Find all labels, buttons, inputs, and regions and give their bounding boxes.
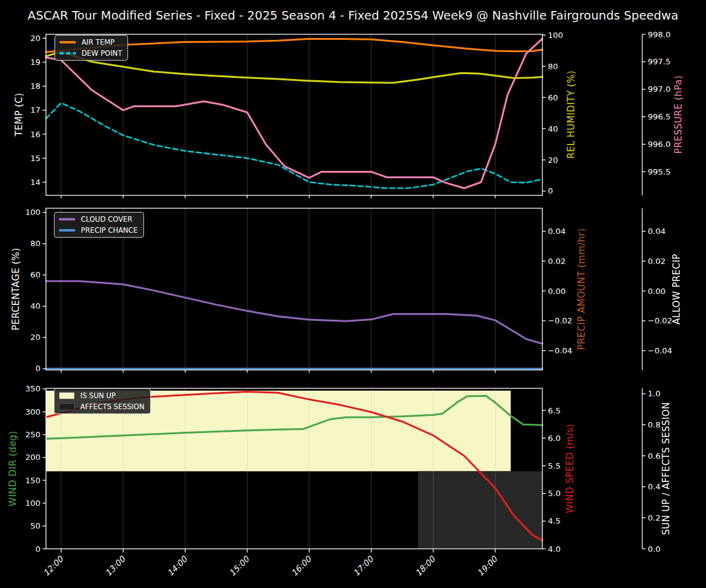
tick-label: 0.6 bbox=[648, 451, 661, 461]
tick-label: 5.0 bbox=[548, 489, 561, 498]
tick-label: 0.8 bbox=[648, 420, 661, 429]
tick-label: 300 bbox=[25, 407, 40, 417]
tick-label: 0.00 bbox=[648, 287, 666, 296]
axis-title-allow-precip: ALLOW PRECIP bbox=[671, 254, 682, 325]
x-tick-label: 18:00 bbox=[413, 554, 438, 578]
tick-label: −0.02 bbox=[548, 316, 572, 325]
tick-label: 80 bbox=[30, 239, 40, 248]
axis-title-pressure: PRESSURE (hPa) bbox=[673, 75, 684, 154]
x-tick-label: 12:00 bbox=[41, 554, 66, 578]
plot-canvas: 20191817161514100806040200998.0997.5997.… bbox=[0, 0, 706, 588]
tick-label: 0 bbox=[36, 545, 40, 554]
tick-label: 15 bbox=[30, 154, 40, 163]
tick-label: 996.5 bbox=[648, 112, 670, 121]
legend-item-label: IS SUN UP bbox=[80, 391, 116, 400]
x-tick-label: 16:00 bbox=[289, 554, 314, 578]
x-tick-label: 13:00 bbox=[103, 554, 127, 578]
legend-item: AIR TEMP bbox=[59, 38, 122, 47]
x-tick-label: 19:00 bbox=[475, 554, 499, 578]
tick-label: 20 bbox=[30, 34, 40, 43]
tick-label: 0.00 bbox=[548, 287, 566, 296]
legend-item: AFFECTS SESSION bbox=[59, 402, 145, 411]
tick-label: 18 bbox=[30, 81, 40, 91]
legend-item: PRECIP CHANCE bbox=[59, 226, 138, 235]
tick-label: 80 bbox=[548, 62, 558, 71]
tick-label: 60 bbox=[30, 270, 40, 279]
legend-swatch-icon bbox=[59, 229, 75, 231]
legend-sun-session: IS SUN UPAFFECTS SESSION bbox=[54, 388, 151, 414]
tick-label: 50 bbox=[30, 521, 40, 530]
weather-forecast-figure: ASCAR Tour Modified Series - Fixed - 202… bbox=[0, 0, 706, 588]
legend-item-label: PRECIP CHANCE bbox=[81, 226, 138, 235]
tick-label: 20 bbox=[548, 156, 558, 165]
tick-label: 100 bbox=[25, 208, 40, 217]
tick-label: 60 bbox=[548, 93, 558, 102]
tick-label: −0.02 bbox=[648, 316, 672, 325]
tick-label: 100 bbox=[548, 31, 563, 40]
tick-label: 40 bbox=[548, 124, 558, 134]
legend-temperature: AIR TEMPDEW POINT bbox=[55, 35, 128, 61]
tick-label: 350 bbox=[25, 384, 40, 393]
tick-label: 6.5 bbox=[548, 406, 561, 415]
tick-label: 6.0 bbox=[548, 434, 561, 443]
tick-label: 997.0 bbox=[648, 85, 670, 94]
axis-title-temp: TEMP (C) bbox=[13, 93, 25, 137]
tick-label: 0.04 bbox=[548, 227, 566, 236]
axis-title-rel-humidity: REL HUMIDITY (%) bbox=[566, 70, 577, 159]
tick-label: 995.5 bbox=[648, 167, 670, 176]
tick-label: 16 bbox=[30, 130, 40, 139]
tick-label: 40 bbox=[30, 301, 40, 311]
axis-title-percentage: PERCENTAGE (%) bbox=[10, 248, 21, 331]
tick-label: 0.4 bbox=[648, 482, 661, 491]
series-pressure bbox=[46, 39, 542, 188]
axis-title-precip-amount: PRECIP AMOUNT (mm/hr) bbox=[576, 228, 587, 350]
tick-label: 0.0 bbox=[648, 545, 661, 554]
x-tick-label: 15:00 bbox=[227, 554, 252, 578]
legend-item: CLOUD COVER bbox=[59, 215, 138, 224]
legend-item-label: CLOUD COVER bbox=[81, 215, 132, 224]
tick-label: 100 bbox=[25, 499, 40, 508]
tick-label: 0 bbox=[548, 186, 553, 195]
axis-title-sun-up: SUN UP / AFFECTS SESSION bbox=[661, 402, 672, 535]
tick-label: 200 bbox=[25, 453, 40, 462]
legend-swatch-icon bbox=[59, 403, 75, 410]
tick-label: 150 bbox=[25, 476, 40, 485]
tick-label: 998.0 bbox=[648, 30, 670, 39]
legend-swatch-icon bbox=[59, 392, 75, 399]
legend-swatch-icon bbox=[59, 218, 75, 220]
legend-cloud-precip: CLOUD COVERPRECIP CHANCE bbox=[54, 212, 144, 238]
tick-label: 0.02 bbox=[548, 257, 566, 266]
tick-label: 19 bbox=[30, 58, 40, 67]
tick-label: 5.5 bbox=[548, 461, 561, 470]
axis-title-wind-speed: WIND SPEED (m/s) bbox=[564, 424, 575, 513]
tick-label: 996.0 bbox=[648, 140, 670, 149]
legend-item: DEW POINT bbox=[59, 49, 122, 58]
x-tick-label: 14:00 bbox=[165, 554, 189, 578]
tick-label: 4.0 bbox=[548, 545, 561, 554]
tick-label: 4.5 bbox=[548, 516, 561, 526]
tick-label: 1.0 bbox=[648, 389, 661, 398]
tick-label: 0.04 bbox=[648, 227, 666, 236]
series-dew-point bbox=[46, 103, 542, 188]
x-tick-label: 17:00 bbox=[351, 554, 376, 578]
legend-swatch-icon bbox=[59, 52, 76, 54]
tick-label: 0 bbox=[36, 364, 40, 373]
tick-label: 14 bbox=[30, 178, 40, 187]
tick-label: 0.02 bbox=[648, 257, 666, 266]
tick-label: −0.04 bbox=[648, 346, 672, 355]
tick-label: 20 bbox=[30, 333, 40, 342]
tick-label: 0.2 bbox=[648, 513, 661, 522]
tick-label: 17 bbox=[30, 105, 40, 115]
tick-label: 250 bbox=[25, 430, 40, 439]
legend-swatch-icon bbox=[59, 41, 76, 43]
tick-label: −0.04 bbox=[548, 346, 572, 355]
series-cloud-cover bbox=[46, 281, 542, 344]
region-affects-session bbox=[418, 471, 542, 548]
tick-label: 997.5 bbox=[648, 57, 670, 66]
legend-item-label: AFFECTS SESSION bbox=[80, 402, 145, 411]
legend-item-label: AIR TEMP bbox=[82, 38, 115, 47]
legend-item: IS SUN UP bbox=[59, 391, 145, 400]
axis-title-wind-dir: WIND DIR (deg) bbox=[7, 431, 18, 507]
legend-item-label: DEW POINT bbox=[82, 49, 122, 58]
